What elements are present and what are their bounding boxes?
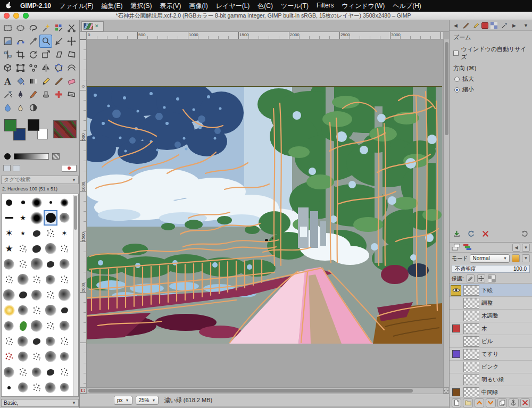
- brush-item[interactable]: [2, 349, 16, 364]
- tool-zoom[interactable]: [39, 35, 52, 48]
- tool-rect-select[interactable]: [1, 21, 14, 35]
- color-swatch-tab-icon[interactable]: [481, 22, 488, 29]
- brush-item[interactable]: [16, 195, 30, 210]
- layer-row[interactable]: ビル: [450, 335, 532, 348]
- brush-item[interactable]: [44, 226, 57, 241]
- layers-menu-icon[interactable]: ▼: [522, 244, 530, 252]
- tool-align[interactable]: [1, 48, 14, 61]
- tool-perspective[interactable]: [65, 48, 78, 61]
- close-window-button[interactable]: [4, 13, 10, 19]
- brush-item[interactable]: [57, 272, 71, 287]
- brush-item[interactable]: ★: [2, 241, 16, 256]
- tool-cage-transform[interactable]: [52, 61, 65, 74]
- tool-dodge-burn[interactable]: [27, 101, 39, 114]
- brush-item[interactable]: [16, 241, 30, 256]
- brush-item[interactable]: [16, 303, 30, 318]
- pattern-tab-icon[interactable]: [489, 21, 498, 30]
- tool-eraser[interactable]: [65, 74, 78, 88]
- tool-pencil[interactable]: [39, 74, 52, 88]
- tool-heal[interactable]: [52, 88, 65, 101]
- unit-select[interactable]: px ▼: [114, 396, 132, 405]
- brush-item[interactable]: [2, 210, 16, 226]
- brush-item[interactable]: [44, 256, 57, 272]
- horizontal-scrollbar[interactable]: [87, 387, 443, 394]
- brush-item[interactable]: [57, 256, 71, 272]
- tool-clone[interactable]: [39, 88, 52, 101]
- brush-item[interactable]: [44, 195, 57, 210]
- brush-scrollbar-thumb[interactable]: [74, 196, 77, 230]
- layer-color-tag[interactable]: [451, 349, 461, 360]
- restore-preset-button[interactable]: [467, 230, 475, 239]
- apple-menu-icon[interactable]: [5, 2, 12, 11]
- brush-scrollbar[interactable]: [73, 195, 78, 396]
- horizontal-ruler[interactable]: 050010001500200025003000: [87, 32, 443, 39]
- brush-item[interactable]: [57, 349, 71, 364]
- brush-item[interactable]: [57, 334, 71, 349]
- layer-row[interactable]: 木: [450, 322, 532, 335]
- layer-row[interactable]: 木調整: [450, 310, 532, 322]
- tool-move[interactable]: [65, 35, 78, 48]
- menu-item[interactable]: レイヤー(L): [216, 2, 250, 11]
- layers-tab-icon[interactable]: [452, 244, 461, 252]
- tool-handle-transform[interactable]: [27, 61, 39, 74]
- tool-free-select[interactable]: [27, 21, 39, 35]
- brush-item[interactable]: [30, 256, 44, 272]
- tool-gradient[interactable]: [27, 74, 39, 88]
- dialog-toggle-icon[interactable]: [3, 165, 11, 171]
- brush-item[interactable]: [30, 226, 44, 241]
- reset-tool-options-button[interactable]: [521, 230, 529, 239]
- tool-options-tab-icon[interactable]: [461, 21, 470, 30]
- close-image-icon[interactable]: ✕: [95, 24, 99, 29]
- quick-mask-button[interactable]: [80, 387, 87, 394]
- brush-item[interactable]: ★: [16, 210, 30, 226]
- ruler-corner[interactable]: [80, 32, 87, 39]
- vertical-ruler[interactable]: 0500100015002000: [80, 39, 87, 387]
- visibility-toggle[interactable]: [451, 336, 461, 347]
- tool-select-by-color[interactable]: [52, 21, 65, 35]
- brush-item[interactable]: [57, 380, 71, 395]
- delete-preset-button[interactable]: [481, 230, 489, 239]
- brush-item[interactable]: [57, 303, 71, 318]
- tool-shear[interactable]: [52, 48, 65, 61]
- vertical-scrollbar-thumb[interactable]: [445, 42, 448, 135]
- menu-item[interactable]: 画像(I): [189, 2, 207, 11]
- tool-warp-transform[interactable]: [65, 61, 78, 74]
- tool-transform-3d[interactable]: [1, 61, 14, 74]
- brush-item[interactable]: [30, 241, 44, 256]
- zoom-window-button[interactable]: [23, 13, 29, 19]
- brush-item[interactable]: [57, 241, 71, 256]
- app-menu-title[interactable]: GIMP-2.10: [20, 2, 51, 10]
- duplicate-layer-button[interactable]: [497, 398, 507, 407]
- tool-rotate[interactable]: [27, 48, 39, 61]
- brush-item[interactable]: [2, 256, 16, 272]
- lower-layer-button[interactable]: [486, 398, 495, 407]
- canvas-image[interactable]: [87, 87, 442, 343]
- active-brush-icon[interactable]: [4, 153, 11, 160]
- image-tab[interactable]: ✕: [81, 21, 104, 31]
- tab-chevron-left-icon[interactable]: ◀: [512, 244, 520, 252]
- brush-item[interactable]: [44, 364, 57, 380]
- layer-row[interactable]: 下絵: [450, 284, 532, 297]
- navigation-button[interactable]: [443, 387, 449, 394]
- tool-fuzzy-select[interactable]: [39, 21, 52, 35]
- brush-item[interactable]: [30, 272, 44, 287]
- tool-perspective-clone[interactable]: [65, 88, 78, 101]
- brush-item[interactable]: [16, 364, 30, 380]
- fg-bg-color-area[interactable]: [4, 119, 26, 140]
- brush-item[interactable]: [44, 349, 57, 364]
- chevron-right-icon[interactable]: ▶: [510, 21, 519, 30]
- brush-tag-search-input[interactable]: タグで検索 ▼: [1, 176, 79, 184]
- brush-item[interactable]: [16, 380, 30, 395]
- brush-item[interactable]: [57, 287, 71, 303]
- tool-crop[interactable]: [14, 48, 27, 61]
- menu-item[interactable]: ファイル(F): [59, 2, 93, 11]
- layer-mode-select[interactable]: Normal ▼: [470, 254, 510, 263]
- active-gradient-strip[interactable]: [14, 153, 49, 160]
- brush-item[interactable]: [44, 272, 57, 287]
- tool-text[interactable]: A: [1, 74, 14, 88]
- menu-item[interactable]: 編集(E): [101, 2, 122, 11]
- image-preview-box[interactable]: [62, 165, 77, 172]
- delete-layer-button[interactable]: [520, 398, 530, 407]
- tool-bucket-fill[interactable]: [14, 74, 27, 88]
- menu-item[interactable]: 色(C): [257, 2, 273, 11]
